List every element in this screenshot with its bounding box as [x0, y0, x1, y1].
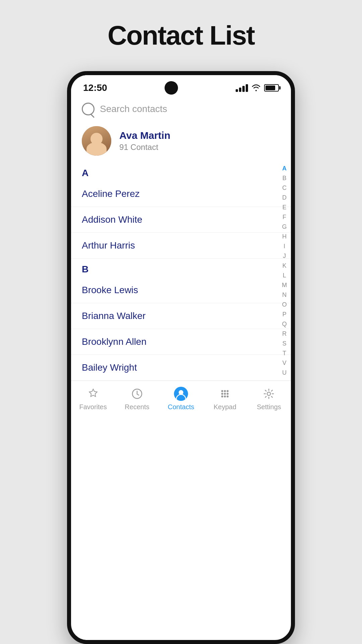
- status-bar: 12:50: [71, 75, 291, 97]
- alpha-F[interactable]: F: [281, 212, 288, 222]
- alpha-E[interactable]: E: [281, 203, 288, 212]
- svg-point-10: [224, 395, 226, 397]
- alpha-J[interactable]: J: [282, 251, 287, 261]
- svg-point-8: [227, 393, 229, 395]
- section-a: A Aceline Perez Addison White Arthur Har…: [71, 162, 291, 259]
- battery-icon: [264, 84, 279, 92]
- wifi-icon: [251, 84, 261, 92]
- recents-icon: [130, 386, 144, 401]
- search-bar[interactable]: Search contacts: [71, 97, 291, 121]
- contacts-icon: [174, 386, 188, 401]
- alpha-G[interactable]: G: [281, 222, 288, 232]
- phone-frame: 12:50 Search contacts: [67, 71, 295, 644]
- alpha-V[interactable]: V: [281, 358, 288, 368]
- tab-settings[interactable]: Settings: [247, 386, 291, 411]
- alpha-D[interactable]: D: [281, 193, 288, 203]
- section-b: B Brooke Lewis Brianna Walker Brooklynn …: [71, 259, 291, 381]
- profile-section[interactable]: Ava Martin 91 Contact: [71, 121, 291, 162]
- svg-point-11: [227, 395, 229, 397]
- contacts-area: A Aceline Perez Addison White Arthur Har…: [71, 162, 291, 381]
- alpha-C[interactable]: C: [281, 183, 288, 193]
- alpha-S[interactable]: S: [281, 339, 288, 348]
- contact-item[interactable]: Brianna Walker: [71, 303, 291, 329]
- profile-name: Ava Martin: [119, 130, 280, 141]
- status-time: 12:50: [83, 83, 107, 93]
- tab-contacts-label: Contacts: [168, 403, 194, 411]
- tab-settings-label: Settings: [257, 403, 281, 411]
- contact-name: Brooke Lewis: [82, 285, 138, 296]
- signal-icon: [236, 84, 248, 92]
- alpha-L[interactable]: L: [281, 271, 287, 280]
- svg-point-3: [221, 390, 223, 392]
- tab-keypad-label: Keypad: [214, 403, 236, 411]
- section-header-a: A: [71, 162, 291, 181]
- alpha-Q[interactable]: Q: [281, 319, 288, 329]
- alpha-T[interactable]: T: [281, 348, 288, 358]
- tab-recents[interactable]: Recents: [115, 386, 159, 411]
- svg-point-7: [224, 393, 226, 395]
- svg-point-4: [224, 390, 226, 392]
- contact-item[interactable]: Brooke Lewis: [71, 277, 291, 303]
- avatar: [82, 126, 111, 156]
- search-icon: [82, 103, 95, 115]
- page-title: Contact List: [108, 20, 254, 51]
- contact-item[interactable]: Addison White: [71, 207, 291, 233]
- alpha-O[interactable]: O: [281, 300, 288, 310]
- contact-name: Brooklynn Allen: [82, 336, 146, 347]
- tab-favorites[interactable]: Favorites: [71, 386, 115, 411]
- tab-bar: Favorites Recents Contacts: [71, 381, 291, 419]
- contact-name: Brianna Walker: [82, 311, 145, 321]
- alphabet-index: A B C D E F G H I J K L M N O P Q R S T …: [281, 162, 288, 379]
- tab-keypad[interactable]: Keypad: [203, 386, 247, 411]
- alpha-N[interactable]: N: [281, 290, 288, 300]
- contact-item[interactable]: Aceline Perez: [71, 181, 291, 207]
- contact-name: Addison White: [82, 214, 142, 225]
- settings-icon: [261, 386, 276, 401]
- contact-name: Arthur Harris: [82, 240, 135, 251]
- alpha-P[interactable]: P: [281, 310, 288, 319]
- alpha-B[interactable]: B: [281, 173, 288, 183]
- alpha-I[interactable]: I: [282, 241, 287, 251]
- section-header-b: B: [71, 259, 291, 277]
- alpha-U[interactable]: U: [281, 368, 288, 378]
- alpha-A[interactable]: A: [281, 164, 288, 173]
- contact-name: Aceline Perez: [82, 189, 140, 199]
- alpha-R[interactable]: R: [281, 329, 288, 339]
- tab-contacts[interactable]: Contacts: [159, 386, 203, 411]
- status-icons: [236, 84, 279, 92]
- svg-point-6: [221, 393, 223, 395]
- contact-item[interactable]: Bailey Wright: [71, 355, 291, 381]
- profile-contact-count: 91 Contact: [119, 143, 280, 152]
- alpha-H[interactable]: H: [281, 232, 288, 241]
- profile-info: Ava Martin 91 Contact: [119, 130, 280, 152]
- contact-name: Bailey Wright: [82, 362, 137, 373]
- search-placeholder: Search contacts: [100, 104, 167, 114]
- tab-favorites-label: Favorites: [79, 403, 107, 411]
- keypad-icon: [218, 386, 232, 401]
- contact-item[interactable]: Brooklynn Allen: [71, 329, 291, 355]
- camera-dot: [165, 81, 178, 95]
- alpha-M[interactable]: M: [281, 280, 288, 290]
- alpha-K[interactable]: K: [281, 261, 288, 271]
- favorites-icon: [86, 386, 101, 401]
- contact-item[interactable]: Arthur Harris: [71, 233, 291, 259]
- tab-recents-label: Recents: [125, 403, 149, 411]
- svg-point-12: [267, 392, 270, 395]
- svg-point-9: [221, 395, 223, 397]
- svg-point-5: [227, 390, 229, 392]
